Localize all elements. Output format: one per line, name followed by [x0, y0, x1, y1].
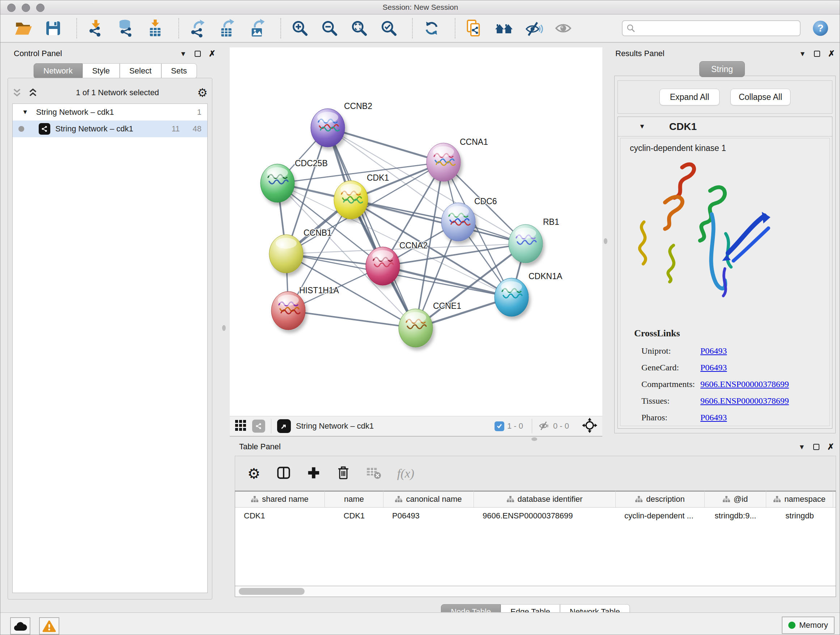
import-table-button[interactable] [146, 19, 164, 38]
node-CCNA1[interactable]: CCNA1 [426, 137, 488, 181]
collection-expander-icon[interactable]: ▼ [22, 109, 28, 116]
left-splitter-handle[interactable] [222, 325, 226, 331]
crosslink-link[interactable]: P06493 [700, 346, 727, 356]
table-panel-close-icon[interactable]: ✗ [827, 443, 834, 451]
edge-CDK1-RB1[interactable] [351, 200, 526, 244]
network-options-gear-icon[interactable]: ⚙ [197, 86, 208, 100]
hide-enrichment-button[interactable] [524, 19, 543, 38]
cloud-status-button[interactable] [10, 617, 30, 635]
network-canvas[interactable]: CCNB2CCNA1CDC25BCDK1CDC6RB1CCNB1CCNA2CDK… [230, 48, 602, 416]
node-label-HIST1H1A: HIST1H1A [299, 286, 339, 295]
zoom-selected-button[interactable] [379, 19, 398, 38]
open-folder-icon [14, 19, 33, 37]
add-column-button[interactable] [307, 466, 321, 481]
node-CDK1[interactable]: CDK1 [334, 173, 389, 219]
zoom-in-button[interactable] [291, 19, 309, 38]
memory-button[interactable]: Memory [782, 616, 835, 634]
warning-status-button[interactable] [39, 617, 59, 635]
edge-HIST1H1A-CCNE1[interactable] [288, 310, 416, 328]
crosslink-link[interactable]: P06493 [700, 363, 727, 372]
save-session-button[interactable] [44, 19, 63, 38]
zoom-fit-button[interactable] [350, 19, 369, 38]
collapse-all-button[interactable]: Collapse All [730, 89, 790, 105]
network-row[interactable]: String Network – cdk1 11 48 [13, 120, 207, 137]
control-panel-close-icon[interactable]: ✗ [209, 50, 216, 58]
column-header-canonical-name[interactable]: canonical name [384, 491, 474, 507]
column-header-name[interactable]: name [325, 491, 384, 507]
node-CCNB2[interactable]: CCNB2 [311, 101, 372, 147]
string-results-box: Expand All Collapse All ▼ CDK1 cyclin-de… [614, 76, 836, 433]
share-document-button[interactable] [465, 19, 484, 38]
node-gloss [501, 281, 522, 292]
crosslink-link[interactable]: 9606.ENSP00000378699 [700, 396, 789, 406]
control-panel-float-icon[interactable] [195, 51, 201, 57]
birdseye-button[interactable] [582, 418, 597, 434]
expand-all-button[interactable]: Expand All [660, 89, 720, 105]
node-gloss [278, 295, 299, 306]
node-CDKN1A[interactable]: CDKN1A [494, 272, 562, 317]
export-table-button[interactable] [218, 19, 237, 38]
apply-layout-button[interactable] [422, 19, 441, 38]
zoom-selected-icon [380, 19, 398, 37]
tab-network[interactable]: Network [34, 63, 82, 79]
tab-string[interactable]: String [699, 61, 745, 77]
node-HIST1H1A[interactable]: HIST1H1A [271, 286, 339, 330]
column-header-namespace[interactable]: namespace [766, 491, 833, 507]
toolbar-separator [280, 18, 281, 38]
table-settings-gear-icon[interactable]: ⚙ [248, 465, 261, 482]
results-panel-float-icon[interactable] [814, 51, 820, 57]
results-panel-close-icon[interactable]: ✗ [828, 50, 835, 58]
column-header-database-identifier[interactable]: database identifier [474, 491, 616, 507]
table-hscrollbar-thumb[interactable] [239, 588, 305, 595]
help-button[interactable]: ? [811, 19, 830, 38]
network-graph[interactable]: CCNB2CCNA1CDC25BCDK1CDC6RB1CCNB1CCNA2CDK… [230, 48, 602, 416]
protein-card-header[interactable]: ▼ CDK1 [618, 117, 832, 136]
import-network-database-button[interactable] [116, 19, 135, 38]
crosslink-link[interactable]: 9606.ENSP00000378699 [700, 379, 789, 389]
column-header-description[interactable]: description [616, 491, 705, 507]
selected-checkbox-icon[interactable] [494, 421, 504, 431]
results-panel-menu-icon[interactable]: ▼ [799, 50, 806, 57]
crosslink-link[interactable]: P06493 [700, 413, 727, 423]
show-columns-button[interactable] [276, 466, 291, 481]
glass-ball-button[interactable] [554, 19, 573, 38]
table-hscrollbar[interactable] [235, 586, 836, 597]
open-session-button[interactable] [14, 19, 33, 38]
detach-view-button[interactable] [277, 419, 291, 433]
expand-all-icon[interactable] [28, 88, 38, 97]
import-network-file-button[interactable] [87, 19, 105, 38]
node-RB1[interactable]: RB1 [508, 217, 559, 263]
delete-column-button[interactable] [336, 466, 350, 481]
homes-button[interactable] [494, 19, 513, 38]
table-panel: Table Panel ▼ ✗ ⚙ f(x) shared namenameca… [235, 437, 836, 608]
node-CCNE1[interactable]: CCNE1 [399, 301, 461, 347]
protein-description: cyclin-dependent kinase 1 [630, 143, 829, 153]
edge-CCNB2-CCNE1[interactable] [328, 128, 416, 328]
horizontal-splitter-handle[interactable] [531, 437, 537, 441]
status-bar: Memory [0, 612, 840, 635]
right-splitter-handle[interactable] [604, 238, 607, 244]
table-panel-menu-icon[interactable]: ▼ [798, 443, 805, 450]
export-network-button[interactable] [188, 19, 207, 38]
node-gloss [372, 250, 393, 261]
delete-table-button[interactable] [366, 466, 381, 481]
network-collection-row[interactable]: ▼ String Network – cdk1 1 [13, 104, 207, 120]
tab-select[interactable]: Select [120, 63, 161, 79]
column-header-shared-name[interactable]: shared name [235, 491, 325, 507]
search-input[interactable] [636, 24, 796, 33]
column-header--id[interactable]: @id [705, 491, 766, 507]
table-row[interactable]: CDK1CDK1P064939606.ENSP00000378699cyclin… [235, 508, 836, 524]
edge-CCNB2-CCNA1[interactable] [328, 128, 444, 162]
function-builder-button[interactable]: f(x) [397, 467, 414, 480]
grid-view-button[interactable] [235, 420, 246, 432]
table-panel-float-icon[interactable] [813, 444, 819, 450]
control-panel-menu-icon[interactable]: ▼ [180, 50, 187, 57]
tab-style[interactable]: Style [82, 63, 120, 79]
zoom-out-button[interactable] [320, 19, 339, 38]
expand-collapse-box: Expand All Collapse All [617, 80, 832, 114]
export-image-button[interactable] [248, 19, 267, 38]
protein-expander-icon[interactable]: ▼ [639, 123, 645, 130]
collapse-all-icon[interactable] [12, 88, 22, 97]
tab-sets[interactable]: Sets [161, 63, 197, 79]
share-view-button[interactable] [252, 420, 265, 432]
